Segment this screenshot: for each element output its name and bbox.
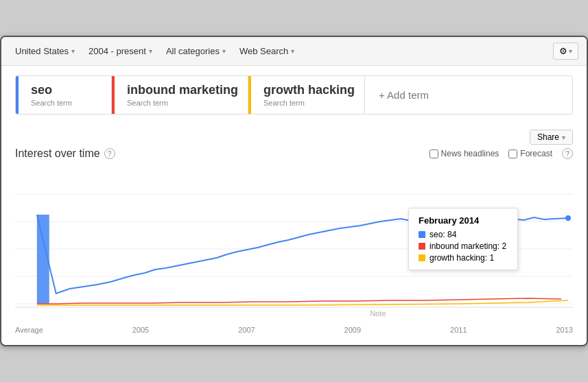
term-inbound-marketing[interactable]: inbound marketing Search term <box>112 76 248 114</box>
x-label-2005: 2005 <box>132 326 149 334</box>
term-seo[interactable]: seo Search term <box>16 76 112 114</box>
news-headlines-checkbox-label[interactable]: News headlines <box>430 149 499 158</box>
tooltip-row-growth: growth hacking: 1 <box>419 253 508 263</box>
interest-header: Interest over time ? News headlines Fore… <box>15 147 573 160</box>
growth-term-name: growth hacking <box>263 83 355 97</box>
forecast-checkbox[interactable] <box>508 150 517 158</box>
inbound-term-name: inbound marketing <box>127 83 238 97</box>
interest-help-icon[interactable]: ? <box>104 148 115 159</box>
toolbar: United States ▾ 2004 - present ▾ All cat… <box>1 37 587 66</box>
category-chevron: ▾ <box>222 47 226 55</box>
term-growth-hacking[interactable]: growth hacking Search term <box>248 76 365 114</box>
forecast-label: Forecast <box>520 149 552 158</box>
tooltip: February 2014 seo: 84 inbound marketing:… <box>408 208 518 270</box>
location-label: United States <box>15 46 69 56</box>
tooltip-seo-text: seo: 84 <box>430 230 456 239</box>
terms-box: seo Search term inbound marketing Search… <box>15 75 573 115</box>
date-range-dropdown[interactable]: 2004 - present ▾ <box>83 43 158 59</box>
search-terms-area: seo Search term inbound marketing Search… <box>1 66 587 124</box>
interest-title-text: Interest over time <box>15 147 100 160</box>
share-chevron: ▾ <box>562 134 565 141</box>
x-axis-labels: Average 2005 2007 2009 2011 2013 <box>15 324 573 334</box>
chart-options-row: Share ▾ <box>15 130 573 145</box>
add-term-button[interactable]: + Add term <box>365 76 443 114</box>
date-chevron: ▾ <box>149 47 152 55</box>
seo-endpoint-dot <box>565 215 571 221</box>
news-headlines-label: News headlines <box>441 149 499 158</box>
x-label-2011: 2011 <box>450 326 467 334</box>
search-type-chevron: ▾ <box>291 47 294 55</box>
gear-icon: ⚙ <box>559 46 567 56</box>
chart-section: Share ▾ Interest over time ? News headli… <box>1 124 587 345</box>
tooltip-dot-growth <box>419 254 425 261</box>
inbound-term-label: Search term <box>127 99 238 107</box>
search-type-label: Web Search <box>239 46 288 56</box>
note-text: Note <box>370 309 386 318</box>
forecast-checkbox-label[interactable]: Forecast <box>508 149 552 158</box>
tooltip-date: February 2014 <box>419 215 508 226</box>
tooltip-dot-seo <box>419 231 425 238</box>
growth-term-label: Search term <box>263 99 355 107</box>
add-term-label: + Add term <box>379 89 429 101</box>
x-label-2007: 2007 <box>238 326 255 334</box>
growth-color-bar <box>248 76 251 114</box>
interest-title-group: Interest over time ? <box>15 147 115 160</box>
forecast-help-icon[interactable]: ? <box>562 148 573 159</box>
tooltip-row-seo: seo: 84 <box>419 230 508 239</box>
share-button[interactable]: Share ▾ <box>530 130 573 145</box>
settings-button[interactable]: ⚙ ▾ <box>553 43 578 60</box>
category-label: All categories <box>166 46 220 56</box>
x-label-2013: 2013 <box>556 326 572 334</box>
inbound-color-bar <box>112 76 115 114</box>
tooltip-inbound-text: inbound marketing: 2 <box>430 241 506 251</box>
share-label: Share <box>537 132 559 142</box>
tooltip-row-inbound: inbound marketing: 2 <box>419 241 508 251</box>
main-window: United States ▾ 2004 - present ▾ All cat… <box>0 36 588 346</box>
tooltip-dot-inbound <box>419 243 425 250</box>
x-label-2009: 2009 <box>344 326 361 334</box>
checkbox-group: News headlines Forecast ? <box>430 148 573 159</box>
location-dropdown[interactable]: United States ▾ <box>10 43 80 59</box>
chart-container: Note February 2014 seo: 84 inbound marke… <box>15 167 573 324</box>
date-range-label: 2004 - present <box>89 46 146 56</box>
seo-term-name: seo <box>31 83 102 97</box>
settings-chevron: ▾ <box>569 47 572 55</box>
seo-color-bar <box>16 76 19 114</box>
seo-term-label: Search term <box>31 99 102 107</box>
x-label-average: Average <box>15 326 43 334</box>
search-type-dropdown[interactable]: Web Search ▾ <box>234 43 300 59</box>
tooltip-growth-text: growth hacking: 1 <box>430 253 494 263</box>
category-dropdown[interactable]: All categories ▾ <box>161 43 231 59</box>
news-headlines-checkbox[interactable] <box>430 150 438 158</box>
location-chevron: ▾ <box>71 47 75 55</box>
